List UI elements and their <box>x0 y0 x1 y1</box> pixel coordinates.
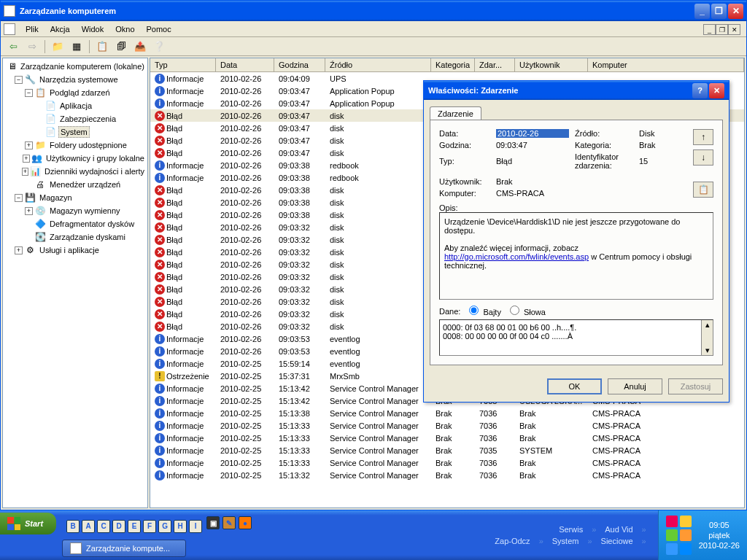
start-button[interactable]: Start <box>0 513 56 534</box>
tab-event[interactable]: Zdarzenie <box>430 106 481 120</box>
ql-letter-B[interactable]: B <box>66 520 80 533</box>
menu-help[interactable]: Pomoc <box>141 23 177 35</box>
tree-node[interactable]: +📁Foldery udostępnione <box>4 139 146 152</box>
menu-window[interactable]: Okno <box>109 23 140 35</box>
refresh-button[interactable]: 🗐 <box>113 39 129 55</box>
next-event-button[interactable]: ↓ <box>693 149 713 166</box>
mdi-minimize-button[interactable]: _ <box>703 24 716 35</box>
ql-letter-C[interactable]: C <box>97 520 110 533</box>
event-row[interactable]: iInformacje2010-02-2515:13:33Service Con… <box>150 456 744 469</box>
show-hide-button[interactable]: ▦ <box>69 39 85 55</box>
taskbar-link[interactable]: Zap-Odcz <box>495 537 530 545</box>
tree-node[interactable]: −📋Podgląd zdarzeń <box>4 86 146 99</box>
taskbar-link[interactable]: Sieciowe <box>601 537 633 545</box>
close-button[interactable]: ✕ <box>728 4 743 19</box>
col-time[interactable]: Godzina <box>274 58 325 71</box>
col-category[interactable]: Kategoria <box>431 58 475 71</box>
tree-expand-icon[interactable]: + <box>23 155 30 163</box>
event-row[interactable]: iInformacje2010-02-2515:13:33Service Con… <box>150 419 744 432</box>
apply-button[interactable]: Zastosuj <box>668 378 723 394</box>
taskbar-link[interactable]: Aud Vid <box>605 525 632 534</box>
taskbar-link[interactable]: System <box>552 537 579 545</box>
taskbar-task[interactable]: Zarządzanie kompute... <box>62 540 186 557</box>
export-button[interactable]: 📤 <box>132 39 148 55</box>
tray-icon-1[interactable] <box>666 516 678 527</box>
event-row[interactable]: iInformacje2010-02-2515:13:33Service Con… <box>150 432 744 444</box>
tray-icon-4[interactable] <box>680 529 692 541</box>
menu-action[interactable]: Akcja <box>44 23 76 35</box>
radio-bytes[interactable]: Bajty <box>469 306 501 316</box>
hex-scrollbar[interactable]: ▴▾ <box>701 320 713 355</box>
tree-node[interactable]: −🔧Narzędzia systemowe <box>4 73 146 86</box>
ql-letter-I[interactable]: I <box>189 520 202 533</box>
properties-button[interactable]: 📋 <box>94 39 110 55</box>
ql-icon-2[interactable]: ✎ <box>222 516 236 529</box>
tray-icon-6[interactable] <box>680 543 692 555</box>
hex-data-box[interactable]: 0000: 0f 03 68 00 01 00 b6 00 ..h....¶. … <box>439 319 713 356</box>
tree-expand-icon[interactable]: + <box>25 207 33 215</box>
tray-icon-5[interactable] <box>666 543 678 555</box>
dialog-help-button[interactable]: ? <box>692 83 708 98</box>
tree-node[interactable]: −💾Magazyn <box>4 191 146 204</box>
tree-expand-icon[interactable]: − <box>15 194 23 202</box>
mdi-restore-button[interactable]: ❐ <box>716 24 728 35</box>
restore-button[interactable]: ❐ <box>711 4 727 19</box>
mdi-close-button[interactable]: ✕ <box>728 24 740 35</box>
menu-view[interactable]: Widok <box>76 23 110 35</box>
tray-icon-2[interactable] <box>680 516 692 527</box>
taskbar-link[interactable]: Serwis <box>559 525 583 534</box>
up-button[interactable]: 📁 <box>50 39 66 55</box>
col-computer[interactable]: Komputer <box>588 58 744 71</box>
ql-icon-3[interactable]: ● <box>239 516 252 529</box>
dialog-titlebar[interactable]: Właściwości: Zdarzenie ? ✕ <box>424 81 729 100</box>
dialog-close-button[interactable]: ✕ <box>709 83 724 98</box>
tree-node[interactable]: 💽Zarządzanie dyskami <box>4 230 146 244</box>
tree-node[interactable]: 📄Aplikacja <box>4 99 146 112</box>
tree-expand-icon[interactable]: − <box>15 76 23 84</box>
ql-letter-A[interactable]: A <box>82 520 95 533</box>
titlebar[interactable]: 🖥 Zarządzanie komputerem _ ❐ ✕ <box>1 1 746 21</box>
col-date[interactable]: Data <box>216 58 274 71</box>
menu-file[interactable]: Plik <box>20 23 44 35</box>
copy-button[interactable]: 📋 <box>693 182 713 198</box>
description-link[interactable]: http://go.microsoft.com/fwlink/events.as… <box>444 252 589 261</box>
prev-event-button[interactable]: ↑ <box>693 129 713 145</box>
ok-button[interactable]: OK <box>547 378 602 394</box>
description-box[interactable]: Urządzenie \Device\Harddisk1\D nie jest … <box>439 212 713 300</box>
col-event[interactable]: Zdar... <box>475 58 515 71</box>
col-user[interactable]: Użytkownik <box>515 58 588 71</box>
ql-letter-G[interactable]: G <box>158 520 171 533</box>
cancel-button[interactable]: Anuluj <box>608 378 662 394</box>
tree-expand-icon[interactable]: + <box>22 168 29 176</box>
back-button[interactable]: ⇦ <box>5 39 21 55</box>
tree-node[interactable]: +📊Dzienniki wydajności i alerty <box>4 165 146 178</box>
ql-letter-D[interactable]: D <box>112 520 125 533</box>
event-row[interactable]: iInformacje2010-02-2515:13:38Service Con… <box>150 407 744 419</box>
event-row[interactable]: iInformacje2010-02-2515:13:32Service Con… <box>150 469 744 481</box>
tree-node[interactable]: 🖥Zarządzanie komputerem (lokalne) <box>4 60 146 73</box>
tree-node[interactable]: 📄Zabezpieczenia <box>4 112 146 125</box>
ql-letter-F[interactable]: F <box>143 520 156 533</box>
mdi-doc-icon[interactable] <box>4 23 15 35</box>
tree-node[interactable]: 📄System <box>4 125 146 139</box>
tree-expand-icon[interactable]: + <box>15 246 23 254</box>
col-source[interactable]: Źródło <box>325 58 431 71</box>
col-type[interactable]: Typ <box>150 58 216 71</box>
tree-pane[interactable]: 🖥Zarządzanie komputerem (lokalne)−🔧Narzę… <box>2 58 148 508</box>
clock-time[interactable]: 09:05 <box>709 521 729 529</box>
tree-node[interactable]: 🔷Defragmentator dysków <box>4 217 146 230</box>
ql-letter-H[interactable]: H <box>174 520 187 533</box>
tree-expand-icon[interactable]: − <box>25 89 33 97</box>
event-row[interactable]: iInformacje2010-02-2515:13:33Service Con… <box>150 444 744 456</box>
help-button[interactable]: ❔ <box>151 39 167 55</box>
tree-node[interactable]: +⚙Usługi i aplikacje <box>4 244 146 257</box>
radio-words[interactable]: Słowa <box>510 306 546 316</box>
tree-expand-icon[interactable]: + <box>25 141 33 149</box>
tree-node[interactable]: 🖨Menedżer urządzeń <box>4 178 146 191</box>
minimize-button[interactable]: _ <box>694 4 710 19</box>
forward-button[interactable]: ⇨ <box>24 39 40 55</box>
ql-letter-E[interactable]: E <box>128 520 141 533</box>
tree-node[interactable]: +👥Użytkownicy i grupy lokalne <box>4 152 146 165</box>
tray-icon-3[interactable] <box>666 529 678 541</box>
tree-node[interactable]: +💿Magazyn wymienny <box>4 204 146 217</box>
